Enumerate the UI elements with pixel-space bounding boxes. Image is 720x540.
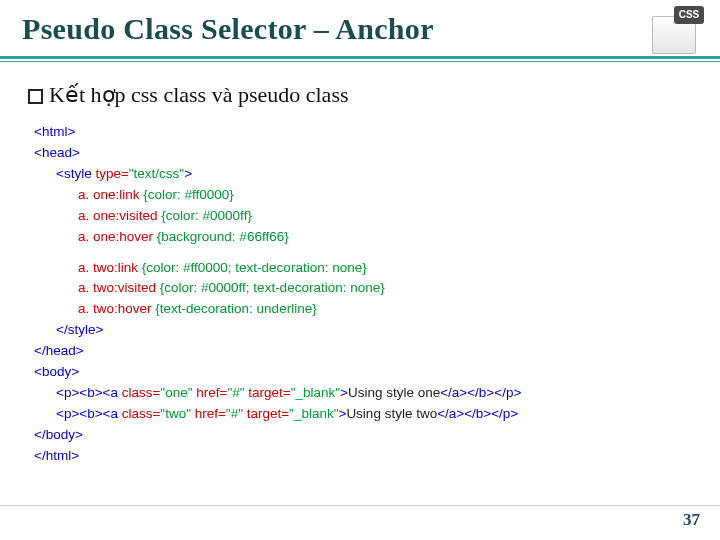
title-underline-thick xyxy=(0,56,720,59)
code-line: <html> xyxy=(34,122,686,143)
code-line: a. one:visited {color: #0000ff} xyxy=(34,206,686,227)
code-line: <head> xyxy=(34,143,686,164)
css-file-icon: CSS xyxy=(650,6,704,54)
bullet-text: Kết hợp css class và pseudo class xyxy=(49,82,349,108)
code-line: <style type="text/css"> xyxy=(34,164,686,185)
code-line: a. one:link {color: #ff0000} xyxy=(34,185,686,206)
code-line: <p><b><a class="one" href="#" target="_b… xyxy=(34,383,686,404)
code-line: a. two:hover {text-decoration: underline… xyxy=(34,299,686,320)
code-line: <body> xyxy=(34,362,686,383)
code-line: a. one:hover {background: #66ff66} xyxy=(34,227,686,248)
blank-line xyxy=(34,248,686,258)
title-underline-thin xyxy=(0,61,720,62)
code-line: </body> xyxy=(34,425,686,446)
code-line: <p><b><a class="two" href="#" target="_b… xyxy=(34,404,686,425)
footer-rule xyxy=(0,505,720,506)
code-line: a. two:link {color: #ff0000; text-decora… xyxy=(34,258,686,279)
code-example: <html> <head> <style type="text/css"> a.… xyxy=(34,122,686,467)
code-line: </head> xyxy=(34,341,686,362)
code-line: </html> xyxy=(34,446,686,467)
code-line: a. two:visited {color: #0000ff; text-dec… xyxy=(34,278,686,299)
code-line: </style> xyxy=(34,320,686,341)
bullet-row: Kết hợp css class và pseudo class xyxy=(28,82,349,108)
slide: Pseudo Class Selector – Anchor CSS Kết h… xyxy=(0,0,720,540)
slide-title: Pseudo Class Selector – Anchor xyxy=(22,12,434,46)
page-number: 37 xyxy=(683,510,700,530)
css-badge: CSS xyxy=(674,6,704,24)
square-bullet-icon xyxy=(28,89,43,104)
